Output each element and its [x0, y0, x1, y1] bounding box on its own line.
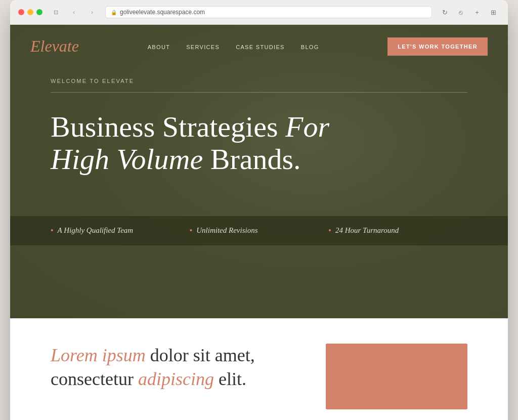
nav-blog[interactable]: BLOG: [301, 44, 319, 50]
browser-controls: ⊡ ‹ ›: [49, 7, 99, 17]
hero-subtitle: WELCOME TO ELEVATE: [51, 78, 467, 84]
feature-label-1: A Highly Qualified Team: [58, 226, 134, 235]
maximize-button[interactable]: [36, 9, 42, 15]
hero-divider: [51, 92, 467, 93]
bullet-2: •: [190, 226, 193, 235]
nav-about[interactable]: ABOUT: [148, 44, 170, 50]
traffic-lights: [18, 9, 42, 15]
feature-label-3: 24 Hour Turnaround: [335, 226, 399, 235]
close-button[interactable]: [18, 9, 24, 15]
features-bar: • A Highly Qualified Team • Unlimited Re…: [10, 216, 508, 245]
forward-button[interactable]: ›: [85, 7, 99, 17]
feature-item-3: • 24 Hour Turnaround: [328, 226, 467, 235]
navigation: Elevate ABOUT SERVICES CASE STUDIES BLOG…: [10, 25, 508, 68]
bullet-1: •: [51, 226, 54, 235]
bullet-3: •: [328, 226, 331, 235]
address-bar[interactable]: 🔒 goliveelevate.squarespace.com: [105, 6, 432, 18]
browser-window: ⊡ ‹ › 🔒 goliveelevate.squarespace.com ↻ …: [10, 0, 508, 420]
website-content: Elevate ABOUT SERVICES CASE STUDIES BLOG…: [10, 25, 508, 420]
browser-actions: ↻ ⎋ + ⊞: [438, 7, 500, 17]
reload-button[interactable]: ↻: [438, 7, 451, 17]
bottom-section: Lorem ipsum dolor sit amet, consectetur …: [10, 318, 508, 420]
nav-case-studies[interactable]: CASE STUDIES: [236, 44, 285, 50]
hero-section: Elevate ABOUT SERVICES CASE STUDIES BLOG…: [10, 25, 508, 318]
bottom-text-area: Lorem ipsum dolor sit amet, consectetur …: [51, 344, 306, 409]
url-text: goliveelevate.squarespace.com: [120, 9, 205, 16]
browser-chrome: ⊡ ‹ › 🔒 goliveelevate.squarespace.com ↻ …: [10, 0, 508, 25]
lorem-ipsum-text: Lorem ipsum dolor sit amet, consectetur …: [51, 344, 306, 391]
hero-headline: Business Strategies For High Volume Bran…: [51, 111, 334, 176]
lock-icon: 🔒: [111, 10, 117, 15]
share-button[interactable]: ⎋: [454, 7, 467, 17]
orange-decorative-box: [326, 344, 467, 409]
headline-text2: High Volume Brands.: [51, 143, 301, 176]
hero-content: WELCOME TO ELEVATE Business Strategies F…: [10, 68, 508, 176]
window-control-button[interactable]: ⊡: [49, 7, 63, 17]
headline-text1: Business Strategies For: [51, 110, 329, 143]
sidebar-button[interactable]: ⊞: [487, 7, 500, 17]
minimize-button[interactable]: [27, 9, 33, 15]
feature-label-2: Unlimited Revisions: [196, 226, 257, 235]
cta-button[interactable]: LET'S WORK TOGETHER: [387, 37, 488, 56]
site-logo[interactable]: Elevate: [30, 37, 79, 56]
feature-item-1: • A Highly Qualified Team: [51, 226, 190, 235]
feature-item-2: • Unlimited Revisions: [190, 226, 329, 235]
back-button[interactable]: ‹: [67, 7, 81, 17]
nav-links: ABOUT SERVICES CASE STUDIES BLOG: [148, 42, 319, 51]
nav-services[interactable]: SERVICES: [186, 44, 220, 50]
new-tab-button[interactable]: +: [470, 7, 484, 17]
